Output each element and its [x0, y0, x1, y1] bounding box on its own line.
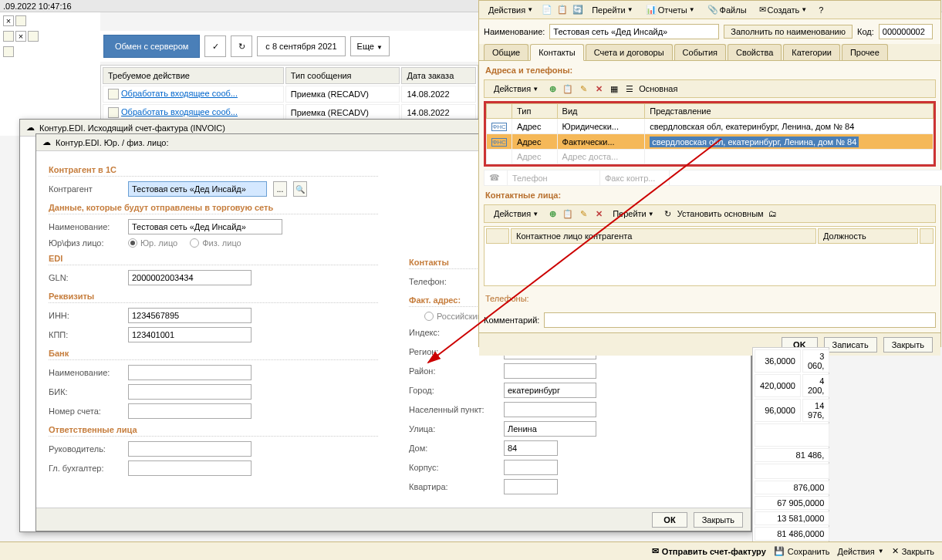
close-button[interactable]: ✕ Закрыть [892, 546, 934, 556]
col-kind[interactable]: Вид [557, 104, 645, 119]
copy-icon[interactable]: 📋 [562, 83, 574, 95]
tab-contacts[interactable]: Контакты [530, 44, 584, 61]
add-icon[interactable]: ⊕ [546, 83, 559, 95]
doc-icon[interactable] [15, 15, 26, 26]
files-button[interactable]: 📎Файлы [703, 3, 751, 16]
doc-icon[interactable] [3, 46, 14, 57]
tab-categories[interactable]: Категории [783, 44, 840, 60]
table-row[interactable]: Адрес Адрес доста... [487, 150, 934, 164]
ok-button[interactable]: ОК [652, 512, 687, 528]
fill-by-name-button[interactable]: Заполнить по наименованию [724, 25, 853, 39]
reports-menu[interactable]: 📊Отчеты▼ [641, 3, 700, 16]
lookup-button[interactable]: ... [273, 181, 287, 197]
more-button[interactable]: Еще ▼ [350, 36, 390, 56]
grid-icon[interactable]: ▦ [608, 83, 620, 95]
col-repr[interactable]: Представление [645, 104, 934, 119]
col-action[interactable]: Требуемое действие [103, 67, 284, 84]
tab-events[interactable]: События [674, 44, 726, 60]
search-button[interactable]: 🔍 [293, 181, 307, 197]
refresh-icon[interactable]: ↻ [662, 207, 674, 220]
refresh-icon[interactable]: 🔄 [572, 4, 584, 16]
radio-russian[interactable]: Российский [424, 312, 482, 321]
bank-name-input[interactable] [128, 365, 252, 380]
save-button[interactable]: 💾 Сохранить [774, 546, 830, 556]
tab-accounts[interactable]: Счета и договоры [586, 44, 673, 60]
create-menu[interactable]: ✉Создать▼ [755, 3, 812, 16]
street-input[interactable] [504, 421, 596, 437]
table-row[interactable]: ☎ Телефон Факс контр... [485, 170, 943, 186]
goto-menu[interactable]: Перейти▼ [587, 4, 638, 16]
send-invoice-button[interactable]: ✉ Отправить счет-фактуру [652, 546, 766, 556]
name-input[interactable] [549, 24, 719, 39]
building-input[interactable] [504, 460, 558, 475]
tab-props[interactable]: Свойства [728, 44, 782, 60]
flat-input[interactable] [504, 479, 558, 494]
label-name: Наименование: [484, 27, 545, 36]
copy-icon[interactable]: 📋 [556, 4, 569, 16]
main-label[interactable]: Основная [639, 84, 677, 93]
table-row[interactable]: ФНС Адрес Юридически... свердловская обл… [487, 119, 934, 134]
list-icon[interactable]: ☰ [623, 83, 636, 95]
radio-physical[interactable]: Физ. лицо [190, 238, 241, 248]
grid-icon[interactable] [3, 31, 14, 42]
goto-menu[interactable]: Перейти▼ [608, 207, 659, 220]
help-icon[interactable]: ? [815, 4, 827, 16]
district-input[interactable] [504, 363, 596, 379]
add-icon[interactable]: ⊕ [546, 207, 559, 220]
close-icon[interactable]: × [15, 31, 26, 42]
label-contractor: Контрагент [49, 184, 122, 194]
delete-icon[interactable]: ✕ [593, 207, 605, 220]
col-type[interactable]: Тип [512, 104, 558, 119]
refresh-button[interactable]: ↻ [231, 35, 252, 57]
sync-button[interactable]: Обмен с сервером [103, 35, 200, 58]
col-date[interactable]: Дата заказа [401, 67, 476, 84]
actions-menu[interactable]: Действия▼ [489, 83, 543, 95]
close-icon[interactable]: × [3, 15, 14, 26]
close-button[interactable]: Закрыть [883, 337, 933, 353]
actions-menu[interactable]: Действия▼ [484, 4, 538, 16]
setmain-button[interactable]: Установить основным [677, 209, 764, 218]
action-link[interactable]: Обработать входящее сооб... [121, 107, 238, 116]
account-input[interactable] [128, 403, 252, 419]
actions-menu[interactable]: Действия ▼ [838, 547, 884, 556]
tab-general[interactable]: Общие [484, 44, 528, 60]
contractor-input[interactable] [128, 181, 267, 197]
col-position[interactable]: Должность [818, 228, 918, 244]
accountant-input[interactable] [128, 460, 252, 476]
actions-menu[interactable]: Действия▼ [489, 207, 543, 220]
action-link[interactable]: Обработать входящее сооб... [121, 89, 238, 98]
gln-input[interactable] [128, 270, 252, 285]
comment-input[interactable] [544, 312, 936, 328]
name-input[interactable] [128, 219, 282, 234]
code-input[interactable] [879, 24, 933, 39]
tab-other[interactable]: Прочее [842, 44, 888, 60]
label-head: Руководитель: [49, 444, 122, 454]
label-phone: Телефон: [409, 277, 482, 286]
bik-input[interactable] [128, 384, 252, 400]
town-input[interactable] [504, 402, 596, 417]
label-house: Дом: [409, 444, 498, 453]
head-input[interactable] [128, 441, 252, 457]
copy-icon[interactable]: 📋 [562, 207, 574, 220]
card-icon[interactable]: 🗂 [767, 207, 779, 220]
date-from-button[interactable]: с 8 сентября 2021 [257, 36, 345, 56]
label-building: Корпус: [409, 463, 498, 472]
radio-legal[interactable]: Юр. лицо [128, 238, 177, 248]
inn-input[interactable] [128, 308, 252, 323]
table-row[interactable]: Обработать входящее сооб... Приемка (REC… [103, 86, 476, 103]
table-row[interactable]: ФНС Адрес Фактически... свердловская обл… [487, 134, 934, 150]
city-input[interactable] [504, 383, 596, 398]
doc-icon[interactable] [28, 31, 39, 42]
phones-subtable: ☎ Телефон Факс контр... [484, 170, 942, 186]
kpp-input[interactable] [128, 327, 252, 342]
close-button[interactable]: Закрыть [694, 512, 743, 528]
new-icon[interactable]: 📄 [541, 4, 553, 16]
save-button[interactable]: Записать [824, 337, 877, 353]
delete-icon[interactable]: ✕ [593, 83, 605, 95]
col-type[interactable]: Тип сообщения [285, 67, 400, 84]
edit-icon[interactable]: ✎ [577, 83, 589, 95]
edit-icon[interactable]: ✎ [577, 207, 589, 220]
col-person[interactable]: Контактное лицо контрагента [511, 228, 816, 244]
check-button[interactable]: ✓ [204, 35, 226, 57]
house-input[interactable] [504, 440, 558, 456]
